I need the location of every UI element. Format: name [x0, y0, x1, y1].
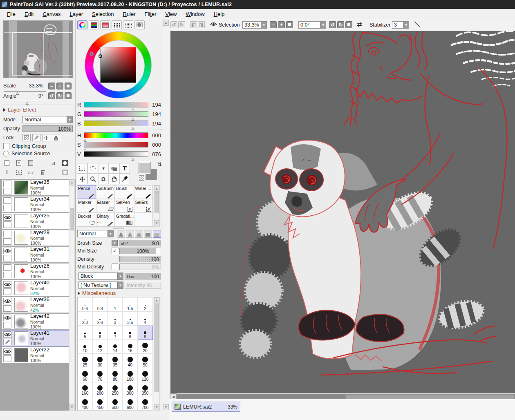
brush-size-350[interactable]: 350	[138, 382, 153, 397]
tip-soft-button[interactable]	[135, 230, 143, 238]
slider-track[interactable]	[84, 111, 148, 117]
blend-mode-dropdown[interactable]: Normal ▼	[22, 116, 73, 123]
layer-edit-indicator[interactable]	[3, 272, 11, 278]
brush-size-200[interactable]: 200	[93, 382, 108, 397]
lock-all-button[interactable]	[52, 134, 60, 141]
brush-gradati[interactable]: Gradati...	[115, 213, 134, 227]
layer-edit-indicator[interactable]	[3, 255, 11, 261]
layer-edit-indicator[interactable]	[3, 288, 11, 295]
layer-edit-indicator[interactable]	[3, 305, 11, 312]
layer-visibility-eye-icon[interactable]	[3, 214, 11, 221]
menu-canvas[interactable]: Canvas	[38, 10, 65, 18]
scratchpad-button[interactable]	[134, 20, 145, 29]
rotate-ccw-button[interactable]: ↺	[48, 92, 55, 99]
text-tool[interactable]: T	[119, 163, 130, 174]
saturation-value-square[interactable]	[100, 47, 136, 83]
layer-edit-indicator[interactable]	[3, 188, 11, 194]
brush-size-3[interactable]: 3	[108, 312, 123, 326]
brush-size-16[interactable]: 16	[123, 340, 138, 354]
brush-size-450[interactable]: 450	[93, 396, 108, 411]
eyedropper-tool[interactable]	[119, 174, 130, 184]
rgb-bars-button[interactable]	[89, 20, 99, 29]
brush-size-0.8[interactable]: 0.8	[93, 297, 108, 312]
scroll-up-icon[interactable]: ▲	[163, 20, 169, 26]
menu-edit[interactable]: Edit	[20, 10, 38, 18]
layer-visibility-eye-icon[interactable]	[3, 281, 11, 288]
mask-add-button[interactable]	[60, 168, 69, 176]
zoom-out-button[interactable]: −	[48, 83, 55, 89]
layer-visibility-eye-icon[interactable]	[3, 264, 11, 271]
min-density-checkbox[interactable]	[112, 264, 118, 270]
color-wheel[interactable]	[81, 31, 156, 99]
clear-layer-button[interactable]	[26, 168, 35, 176]
navigator-preview[interactable]	[3, 20, 73, 78]
brush-size-1.5[interactable]: 1.5	[123, 297, 138, 312]
tip-flat-light-button[interactable]	[153, 230, 161, 238]
scroll-up-icon[interactable]: ▲	[154, 297, 159, 304]
transparent-color-swatch[interactable]	[139, 175, 144, 181]
canvas-rotate-reset-button[interactable]	[345, 21, 352, 28]
layer-effect-header[interactable]: Layer Effect	[3, 107, 36, 113]
canvas-hscrollbar[interactable]: ◀	[170, 393, 515, 399]
scale-slider[interactable]: △	[4, 91, 46, 92]
swap-colors-icon[interactable]: ⇅	[157, 161, 162, 168]
brush-size-9[interactable]: 9	[138, 326, 153, 340]
brush-size-35[interactable]: 35	[108, 354, 123, 368]
brush-pencil[interactable]: Pencil	[77, 185, 96, 199]
brush-size-400[interactable]: 400	[78, 396, 93, 411]
layer-row[interactable]: Layer34Normal100%	[2, 196, 69, 212]
layer-row[interactable]: Layer31Normal100%	[2, 246, 69, 263]
layer-visibility-eye-icon[interactable]	[3, 298, 11, 304]
lock-pencil-button[interactable]	[32, 134, 40, 141]
layer-row[interactable]: Layer25Normal100%	[2, 213, 69, 229]
brush-water[interactable]: Water ...	[134, 185, 153, 199]
brush-eraser[interactable]: Eraser	[96, 199, 115, 213]
canvas-zoom-dropdown[interactable]: 33.3% ▼	[242, 21, 267, 29]
zoom-reset-button[interactable]	[65, 83, 72, 89]
scroll-down-icon[interactable]: ▼	[163, 404, 169, 410]
hue-marker[interactable]	[90, 52, 94, 56]
new-layer-set-button[interactable]	[26, 159, 35, 167]
tip-flat-dark-button[interactable]	[144, 230, 152, 238]
brush-size-unit-dropdown[interactable]: ▼	[112, 240, 118, 246]
menu-help[interactable]: Help	[209, 10, 229, 18]
lock-move-button[interactable]	[42, 134, 50, 141]
layer-row[interactable]: Layer22Normal100%	[2, 347, 69, 363]
layer-row[interactable]: Layer41Normal100%	[2, 330, 69, 346]
layer-visibility-eye-icon[interactable]	[3, 315, 11, 321]
slider-track[interactable]	[84, 121, 148, 126]
canvas-rotate-cw-button[interactable]: ↻	[337, 21, 344, 28]
selection-prev-button[interactable]: ◧	[190, 21, 197, 28]
panel-resize-handle[interactable]	[113, 228, 124, 229]
dot-grid-button[interactable]	[123, 20, 133, 29]
brush-shape-dropdown[interactable]: Block ▼	[78, 273, 123, 280]
layer-visibility-eye-icon[interactable]	[3, 181, 11, 187]
menu-window[interactable]: Window	[181, 10, 209, 18]
slider-track[interactable]	[84, 132, 148, 138]
canvas-zoom-reset-button[interactable]	[286, 21, 293, 28]
undo-button[interactable]: ↺	[170, 21, 177, 28]
panel-scrollbar[interactable]: ▲ ▼	[163, 19, 169, 411]
slider-track[interactable]	[84, 151, 148, 157]
brush-size-6[interactable]: 6	[93, 326, 108, 340]
angle-reset-button[interactable]	[65, 92, 72, 99]
brush-selers[interactable]: SelErsS	[134, 199, 153, 213]
menu-file[interactable]: File	[2, 10, 20, 18]
drawing-canvas[interactable]	[170, 31, 515, 393]
min-size-slider[interactable]: 100%	[119, 248, 161, 254]
color-wheel-button[interactable]	[77, 20, 87, 29]
brush-binary[interactable]: Binary ...	[96, 213, 115, 227]
layers-scrollbar-thumb[interactable]	[70, 208, 74, 230]
dot-rows-button[interactable]	[112, 20, 122, 29]
zoom-in-button[interactable]: +	[56, 83, 63, 89]
slider-track[interactable]	[84, 102, 148, 107]
brush-size-700[interactable]: 700	[138, 396, 153, 411]
lock-transparency-button[interactable]	[22, 134, 31, 141]
layer-row[interactable]: Layer42Normal100%	[2, 313, 69, 330]
brush-brush[interactable]: Brush	[115, 185, 134, 199]
scroll-down-icon[interactable]: ▼	[69, 404, 74, 410]
duplicate-layer-button[interactable]: +	[14, 168, 23, 176]
menu-filter[interactable]: Filter	[140, 10, 161, 18]
magic-wand-tool[interactable]: ✶	[98, 163, 109, 174]
hair-slider[interactable]: Hair 100	[125, 273, 161, 279]
